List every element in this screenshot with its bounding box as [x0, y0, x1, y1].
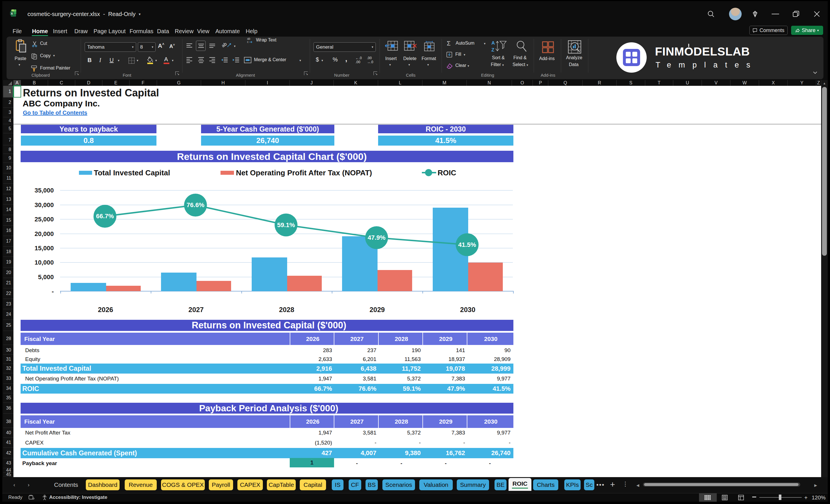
svg-text:59.1%: 59.1% — [277, 221, 295, 228]
svg-text:76.6%: 76.6% — [187, 201, 204, 209]
svg-text:47.9%: 47.9% — [368, 234, 386, 241]
svg-text:41.5%: 41.5% — [458, 241, 476, 248]
svg-text:66.7%: 66.7% — [96, 213, 114, 220]
